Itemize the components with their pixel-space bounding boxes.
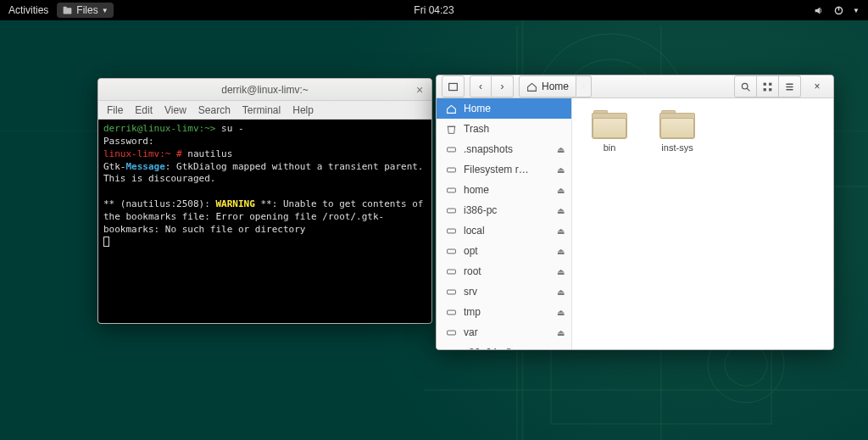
menu-terminal[interactable]: Terminal [242, 104, 281, 116]
menu-file[interactable]: File [107, 104, 123, 116]
volume-icon [814, 5, 825, 16]
sidebar-item-label: Trash [464, 123, 489, 135]
sidebar-item-mount[interactable]: var ⏏ [437, 322, 571, 343]
sidebar-item-home[interactable]: Home [437, 98, 571, 119]
forward-button[interactable]: › [492, 75, 514, 97]
folder-icon [592, 110, 627, 139]
svg-rect-27 [447, 209, 455, 213]
eject-icon[interactable]: ⏏ [557, 206, 565, 215]
terminal-titlebar[interactable]: derrik@linux-limv:~ × [98, 79, 431, 101]
sidebar-item-mount[interactable]: opt ⏏ [437, 241, 571, 261]
eject-icon[interactable]: ⏏ [557, 328, 565, 337]
search-button[interactable] [734, 75, 757, 97]
sidebar-item-label: Home [464, 103, 491, 114]
drive-icon [445, 144, 457, 155]
terminal-output[interactable]: derrik@linux-limv:~> su - Password: linu… [98, 120, 431, 323]
sidebar-item-mount[interactable]: .snapshots ⏏ [437, 139, 571, 159]
menu-search[interactable]: Search [198, 104, 231, 116]
terminal-cursor [103, 237, 109, 247]
search-icon [740, 81, 751, 92]
sidebar-item-mount[interactable]: local ⏏ [437, 220, 571, 241]
terminal-menubar: File Edit View Search Terminal Help [98, 101, 431, 120]
sidebar-item-label: x86_64-efi [464, 347, 511, 350]
sidebar-item-mount[interactable]: Filesystem r… ⏏ [437, 159, 571, 180]
drive-icon [445, 205, 457, 216]
app-menu-files[interactable]: Files ▼ [57, 3, 113, 18]
activities-button[interactable]: Activities [8, 4, 48, 16]
new-tab-button[interactable] [442, 75, 465, 97]
close-button[interactable]: × [413, 83, 426, 97]
folder-item-inst-sys[interactable]: inst-sys [655, 110, 699, 153]
home-icon [526, 81, 537, 92]
sidebar-item-label: tmp [464, 306, 481, 318]
eject-icon[interactable]: ⏏ [557, 348, 565, 351]
menu-help[interactable]: Help [292, 104, 314, 116]
drive-icon [445, 266, 457, 277]
chevron-down-icon: ▼ [102, 7, 108, 14]
svg-rect-16 [764, 82, 766, 85]
path-home[interactable]: Home [519, 75, 576, 97]
sidebar-item-mount[interactable]: root ⏏ [437, 261, 571, 281]
sidebar-item-mount[interactable]: srv ⏏ [437, 281, 571, 302]
folder-label: bin [604, 142, 616, 153]
app-menu-label: Files [76, 4, 97, 16]
folder-item-bin[interactable]: bin [587, 110, 632, 153]
eject-icon[interactable]: ⏏ [557, 267, 565, 276]
trash-icon [445, 124, 457, 135]
path-bar: Home ▼ [519, 75, 592, 97]
eject-icon[interactable]: ⏏ [557, 226, 565, 236]
chevron-down-icon: ▼ [853, 7, 860, 14]
window-icon [448, 81, 459, 92]
svg-point-14 [742, 83, 748, 89]
eject-icon[interactable]: ⏏ [557, 308, 565, 317]
sidebar-item-label: Filesystem r… [464, 164, 529, 175]
nav-buttons: ‹ › [470, 75, 514, 97]
eject-icon[interactable]: ⏏ [557, 287, 565, 297]
grid-icon [762, 81, 773, 92]
sidebar-item-trash[interactable]: Trash [437, 119, 571, 139]
drive-icon [445, 307, 457, 318]
drive-icon [445, 348, 457, 351]
path-dropdown[interactable]: ▼ [576, 75, 592, 97]
home-icon [445, 103, 457, 114]
svg-rect-17 [769, 82, 771, 85]
files-icon-view[interactable]: bin inst-sys [572, 98, 833, 350]
menu-icon [784, 81, 795, 92]
sidebar-item-label: local [464, 225, 485, 237]
eject-icon[interactable]: ⏏ [557, 186, 565, 195]
drive-icon [445, 185, 457, 196]
view-grid-button[interactable] [757, 75, 779, 97]
eject-icon[interactable]: ⏏ [557, 247, 565, 256]
hamburger-menu-button[interactable] [779, 75, 801, 97]
back-button[interactable]: ‹ [470, 75, 492, 97]
terminal-window: derrik@linux-limv:~ × File Edit View Sea… [97, 78, 432, 324]
folder-icon [659, 110, 695, 139]
files-window: ‹ › Home ▼ × [436, 75, 834, 350]
sidebar-item-label: srv [464, 286, 477, 298]
svg-rect-25 [447, 168, 455, 172]
sidebar-item-label: root [464, 265, 481, 277]
sidebar-item-mount[interactable]: home ⏏ [437, 180, 571, 200]
folder-label: inst-sys [661, 142, 693, 153]
sidebar-item-mount[interactable]: i386-pc ⏏ [437, 200, 571, 220]
close-button[interactable]: × [806, 75, 828, 97]
system-status-area[interactable]: ▼ [814, 5, 860, 16]
files-headerbar: ‹ › Home ▼ × [437, 75, 833, 98]
sidebar-item-mount[interactable]: tmp ⏏ [437, 302, 571, 322]
eject-icon[interactable]: ⏏ [557, 165, 565, 175]
files-app-icon [62, 5, 73, 16]
svg-rect-28 [447, 229, 455, 233]
svg-rect-24 [447, 148, 455, 152]
menu-view[interactable]: View [164, 104, 186, 116]
sidebar-item-mount[interactable]: x86_64-efi ⏏ [437, 343, 571, 350]
svg-rect-26 [447, 188, 455, 192]
svg-rect-9 [64, 8, 72, 14]
svg-rect-18 [764, 88, 766, 91]
eject-icon[interactable]: ⏏ [557, 145, 565, 154]
svg-rect-19 [769, 88, 771, 91]
svg-rect-31 [447, 290, 455, 294]
svg-rect-32 [447, 310, 455, 315]
clock[interactable]: Fri 04:23 [414, 4, 453, 16]
svg-rect-30 [447, 270, 455, 274]
menu-edit[interactable]: Edit [135, 104, 153, 116]
